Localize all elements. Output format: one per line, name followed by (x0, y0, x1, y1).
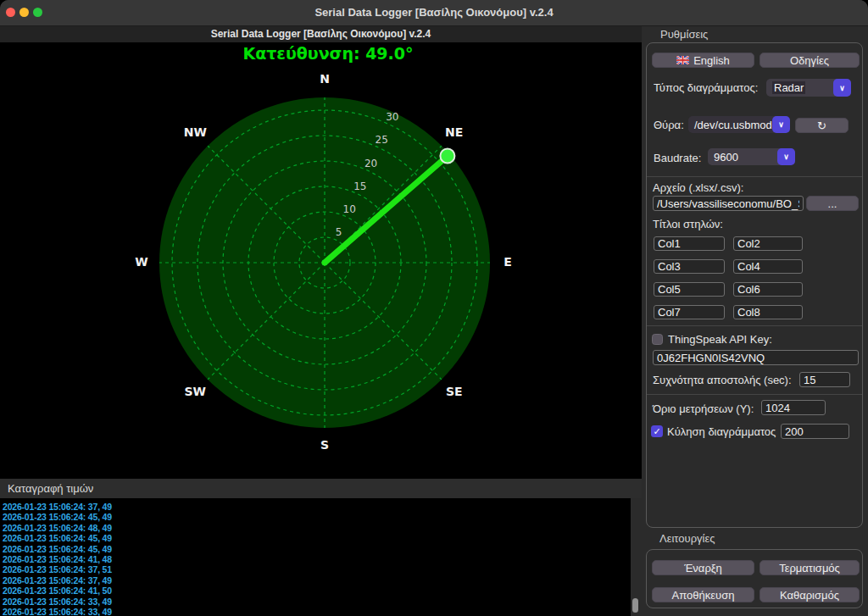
browse-file-button[interactable]: ... (806, 196, 859, 211)
col6-input[interactable] (733, 282, 803, 297)
actions-heading: Λειτουργίες (659, 532, 715, 545)
settings-group: English Οδηγίες Τύπος διαγράμματος: Rada… (646, 42, 863, 528)
col7-input[interactable] (654, 305, 725, 319)
chart-title: Κατεύθυνση: 49.0° (242, 44, 413, 63)
radar-chart: NNEESESSWWNW51015202530 (0, 42, 642, 479)
save-button-label: Αποθήκευση (672, 589, 735, 602)
measurement-limit-label: Όριο μετρήσεων (Y): (653, 402, 754, 415)
log-scrollbar-thumb[interactable] (632, 598, 638, 613)
english-button[interactable]: English (652, 53, 754, 68)
log-line: 2026-01-23 15:06:24: 45, 49 (3, 512, 631, 522)
baudrate-label: Baudrate: (654, 152, 701, 164)
col3-input[interactable] (654, 259, 725, 274)
baudrate-value: 9600 (708, 151, 777, 164)
chart-type-value: Radar (772, 81, 805, 94)
col2-input[interactable] (733, 236, 803, 251)
radial-tick-label: 5 (336, 226, 342, 238)
radial-tick-label: 30 (386, 111, 398, 123)
log-area[interactable]: 2026-01-23 15:06:24: 37, 492026-01-23 15… (0, 498, 631, 616)
actions-group: Έναρξη Τερματισμός Αποθήκευση Καθαρισμός (646, 549, 863, 608)
col8-input[interactable] (733, 305, 803, 319)
radial-tick-label: 15 (353, 180, 366, 192)
log-line: 2026-01-23 15:06:24: 45, 49 (3, 544, 631, 554)
refresh-ports-button[interactable]: ↻ (795, 118, 849, 133)
compass-label-sw: SW (184, 385, 206, 398)
column-titles-label: Τίτλοι στηλών: (653, 218, 723, 230)
log-line: 2026-01-23 15:06:24: 37, 49 (3, 502, 631, 512)
save-button[interactable]: Αποθήκευση (652, 587, 754, 602)
chart-scroll-input[interactable] (781, 424, 849, 439)
port-label: Θύρα: (654, 119, 684, 131)
baudrate-dropdown[interactable]: 9600 ∨ (708, 148, 795, 165)
measurement-limit-input[interactable] (761, 400, 826, 415)
chart-area: NNEESESSWWNW51015202530 Κατεύθυνση: 49.0… (0, 42, 642, 479)
app-window: Serial Data Logger [Βασίλης Οικονόμου] v… (0, 0, 868, 616)
english-button-label: English (693, 54, 730, 67)
sub-header-left: Serial Data Logger [Βασίλης Οικονόμου] v… (0, 26, 642, 42)
chart-type-dropdown[interactable]: Radar ∨ (766, 79, 851, 97)
settings-heading: Ρυθμίσεις (660, 26, 708, 42)
chart-scroll-checkbox[interactable]: ✓ (651, 425, 663, 437)
radial-tick-label: 20 (364, 158, 377, 169)
log-line: 2026-01-23 15:06:24: 33, 49 (3, 607, 631, 616)
radial-tick-label: 10 (343, 203, 356, 215)
separator (647, 176, 862, 177)
compass-label-se: SE (446, 385, 463, 398)
api-key-input[interactable] (653, 350, 859, 365)
chevron-down-icon: ∨ (833, 79, 851, 97)
chart-scroll-label: Κύληση διαγράμματος (667, 425, 776, 438)
clear-button-label: Καθαρισμός (780, 589, 839, 602)
log-heading: Καταγραφή τιμών (0, 479, 642, 498)
start-button[interactable]: Έναρξη (652, 560, 754, 575)
col5-input[interactable] (654, 282, 725, 297)
compass-label-e: E (504, 255, 512, 269)
stop-button[interactable]: Τερματισμός (760, 560, 860, 575)
clear-button[interactable]: Καθαρισμός (760, 587, 860, 602)
help-button-label: Οδηγίες (790, 54, 829, 67)
compass-label-s: S (320, 438, 329, 452)
log-line: 2026-01-23 15:06:24: 41, 48 (3, 554, 631, 564)
port-value: /dev/cu.usbmoder (688, 119, 772, 131)
uk-flag-icon (676, 56, 689, 64)
log-line: 2026-01-23 15:06:24: 48, 49 (3, 523, 631, 533)
refresh-icon: ↻ (817, 119, 826, 132)
stop-button-label: Τερματισμός (779, 562, 840, 574)
log-line: 2026-01-23 15:06:24: 37, 49 (3, 575, 631, 585)
log-line: 2026-01-23 15:06:24: 45, 49 (3, 533, 631, 543)
help-button[interactable]: Οδηγίες (760, 53, 860, 68)
title-bar: Serial Data Logger [Βασίλης Οικονόμου] v… (0, 0, 868, 26)
browse-button-label: ... (828, 197, 837, 210)
app-title: Serial Data Logger [Βασίλης Οικονόμου] v… (0, 26, 642, 42)
radar-marker (440, 149, 454, 164)
log-line: 2026-01-23 15:06:24: 33, 49 (3, 597, 631, 607)
compass-label-n: N (320, 72, 330, 86)
window-title: Serial Data Logger [Βασίλης Οικονόμου] v… (0, 0, 868, 25)
col4-input[interactable] (733, 259, 803, 274)
chevron-down-icon: ∨ (772, 116, 790, 133)
chevron-down-icon: ∨ (777, 148, 795, 165)
log-line: 2026-01-23 15:06:24: 37, 51 (3, 564, 631, 574)
log-line: 2026-01-23 15:06:24: 41, 50 (3, 585, 631, 596)
port-dropdown[interactable]: /dev/cu.usbmoder ∨ (688, 116, 790, 133)
sub-header: Serial Data Logger [Βασίλης Οικονόμου] v… (0, 26, 868, 42)
start-button-label: Έναρξη (684, 562, 722, 574)
send-frequency-input[interactable] (799, 372, 850, 387)
send-frequency-label: Συχνότητα αποστολής (sec): (653, 374, 792, 386)
separator (647, 394, 862, 395)
compass-label-ne: NE (445, 125, 463, 139)
col1-input[interactable] (654, 236, 725, 251)
thingspeak-label: ThingSpeak API Key: (668, 333, 772, 346)
radial-tick-label: 25 (376, 134, 388, 146)
chart-type-label: Τύπος διαγράμματος: (654, 81, 758, 94)
file-path-input[interactable] (653, 196, 804, 211)
separator (647, 325, 862, 326)
thingspeak-checkbox[interactable] (652, 334, 663, 345)
compass-label-w: W (135, 255, 147, 269)
file-label: Αρχείο (.xlsx/.csv): (653, 181, 743, 194)
compass-label-nw: NW (184, 125, 207, 139)
settings-panel: English Οδηγίες Τύπος διαγράμματος: Rada… (642, 42, 868, 616)
